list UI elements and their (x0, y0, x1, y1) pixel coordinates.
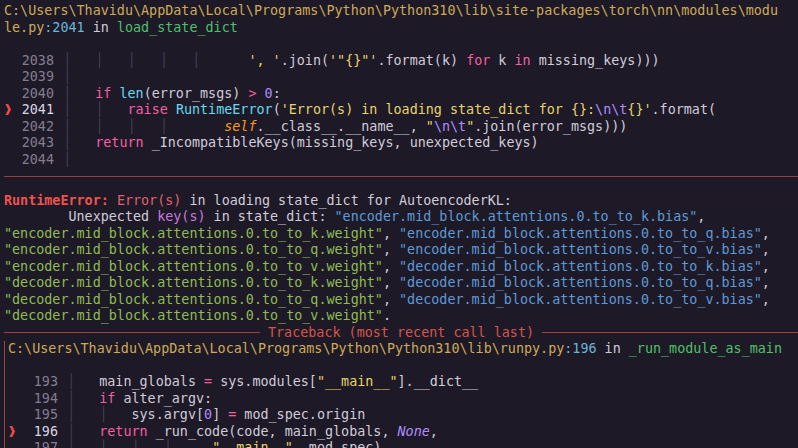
code-text: │ │ │ │ │ ', '.join('"{}"'.format(k) for… (63, 53, 660, 70)
token-plain: mod_spec.origin (236, 407, 365, 422)
code-text: │ main_globals = sys.modules["__main__"]… (67, 374, 478, 391)
token-plain: in (85, 20, 117, 35)
token-plain: , (430, 424, 438, 439)
line-number: 2038 (20, 53, 54, 70)
runtime-error-message: RuntimeError: Error(s) in loading state_… (4, 193, 798, 325)
token-plain: alter_argv: (115, 391, 212, 406)
line-number: 194 (24, 391, 58, 408)
token-func: _run_module_as_main (629, 341, 782, 356)
message-line: RuntimeError: Error(s) in loading state_… (4, 193, 798, 210)
code-line: 2039│ (4, 69, 798, 86)
code-line: 194│ if alter_argv: (8, 391, 798, 408)
file-path-line: le.py:2041 in load_state_dict (4, 20, 798, 37)
line-number: 2041 (20, 102, 54, 119)
marker-gutter (4, 53, 20, 70)
token-plain: , (697, 209, 705, 224)
token-plain: ].__dict__ (398, 374, 479, 389)
token-guide: │ │ (67, 407, 132, 422)
token-call: key(s) (157, 209, 205, 224)
token-path: le.py (4, 20, 44, 35)
token-guide: │ (67, 374, 99, 389)
token-plain: , (762, 226, 770, 241)
token-keyb: "decoder.mid_block.attentions.0.to_to_q.… (399, 275, 762, 290)
marker-gutter (8, 407, 24, 424)
code-line: 2042│ │ │ │ self.__class__.__name__, "\n… (4, 119, 798, 136)
code-line: 2044│ (4, 152, 798, 169)
token-plain: in loading state_dict for AutoencoderKL: (181, 193, 512, 208)
token-builtin: len (119, 86, 143, 101)
code-text: │ (63, 69, 71, 86)
token-guide: │ (63, 152, 71, 167)
token-str: " (466, 119, 474, 134)
message-line: "encoder.mid_block.attentions.0.to_to_q.… (4, 242, 798, 259)
token-self: self (224, 119, 256, 134)
token-guide: │ │ (63, 102, 128, 117)
spacer-line (8, 358, 798, 375)
token-plain: in state_dict: (206, 209, 335, 224)
token-guide: │ (67, 424, 99, 439)
token-kw: return (99, 424, 147, 439)
token-plain: , mod_spec) (293, 440, 382, 448)
message-line: "decoder.mid_block.attentions.0.to_to_q.… (4, 292, 798, 309)
token-str: "__main__" (212, 440, 293, 448)
terminal[interactable]: C:\Users\Thavidu\AppData\Local\Programs\… (4, 3, 798, 448)
token-keyb: "encoder.mid_block.attentions.0.to_to_q.… (399, 226, 762, 241)
code-line: 2038│ │ │ │ │ ', '.join('"{}"'.format(k)… (4, 53, 798, 70)
code-text: │ if len(error_msgs) > 0: (63, 86, 281, 103)
code-line: ❱196│ return _run_code(code, main_global… (8, 424, 798, 441)
token-plain: missing_keys))) (531, 53, 660, 68)
token-str: " (426, 119, 434, 134)
token-plain: .format( (652, 102, 717, 117)
token-guide: │ (67, 391, 99, 406)
token-keyb: "encoder.mid_block.attentions.0.to_to_k.… (335, 209, 698, 224)
token-plain: ( (273, 102, 281, 117)
message-line: "encoder.mid_block.attentions.0.to_to_v.… (4, 259, 798, 276)
token-plain: Unexpected (4, 209, 157, 224)
token-plain: , (762, 242, 770, 257)
line-number: 193 (24, 374, 58, 391)
token-plain: , (383, 259, 399, 274)
token-path: C:\Users\Thavidu\AppData\Local\Programs\… (4, 3, 778, 18)
token-keyb: "decoder.mid_block.attentions.0.to_to_v.… (399, 292, 762, 307)
token-guide: │ (63, 86, 95, 101)
token-plain: .join( (281, 53, 329, 68)
token-keyb: "decoder.mid_block.attentions.0.to_to_k.… (399, 259, 762, 274)
code-line: 2040│ if len(error_msgs) > 0: (4, 86, 798, 103)
token-plain: , (762, 292, 770, 307)
line-number: 197 (24, 440, 58, 448)
token-guide: │ │ │ │ │ (63, 53, 248, 68)
border-line (4, 332, 260, 333)
line-number: 2042 (20, 119, 54, 136)
token-plain: in (597, 341, 629, 356)
file-path-line: C:\Users\Thavidu\AppData\Local\Programs\… (4, 3, 798, 20)
token-keyg: "decoder.mid_block.attentions.0.to_to_q.… (4, 292, 383, 307)
code-block-module-py: 2038│ │ │ │ │ ', '.join('"{}"'.format(k)… (4, 53, 798, 169)
marker-gutter (4, 152, 20, 169)
token-plain: _run_code(code, main_globals, (148, 424, 398, 439)
message-line: "decoder.mid_block.attentions.0.to_to_v.… (4, 308, 798, 325)
token-plain: sys.modules[ (212, 374, 317, 389)
token-esc: \n\t (595, 102, 627, 117)
token-plain: , (383, 242, 399, 257)
code-text: │ │ │ │ self.__class__.__name__, "\n\t".… (63, 119, 627, 136)
token-plain: ] (212, 407, 228, 422)
code-text: │ │ sys.argv[0] = mod_spec.origin (67, 407, 365, 424)
traceback-frame-2: C:\Users\Thavidu\AppData\Local\Programs\… (4, 341, 798, 448)
token-none: None (398, 424, 430, 439)
token-kw: if (95, 86, 119, 101)
marker-gutter (4, 86, 20, 103)
token-kw: return (95, 135, 143, 150)
code-text: │ return _run_code(code, main_globals, N… (67, 424, 438, 441)
token-plain: sys.argv[ (132, 407, 205, 422)
token-plain: .format(k) (377, 53, 466, 68)
token-plain: , (383, 292, 399, 307)
code-block-runpy-py: 193│ main_globals = sys.modules["__main_… (8, 374, 798, 448)
code-line: 195│ │ sys.argv[0] = mod_spec.origin (8, 407, 798, 424)
token-str: '"{}"' (329, 53, 377, 68)
code-line: ❱2041│ │ raise RuntimeError('Error(s) in… (4, 102, 798, 119)
token-kw: > (248, 86, 256, 101)
token-keyg: "encoder.mid_block.attentions.0.to_to_q.… (4, 242, 383, 257)
token-plain (257, 86, 265, 101)
file-path-line: C:\Users\Thavidu\AppData\Local\Programs\… (8, 341, 798, 358)
marker-gutter (4, 69, 20, 86)
